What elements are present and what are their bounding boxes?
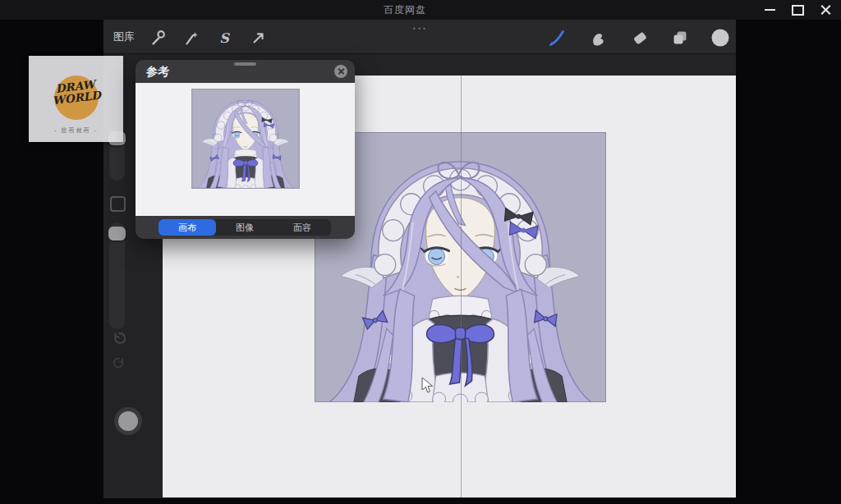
color-button[interactable] — [710, 28, 730, 48]
undo-icon — [110, 330, 126, 346]
redo-icon — [113, 355, 127, 370]
gallery-button[interactable]: 图库 — [113, 20, 135, 54]
smudge-finger-icon — [588, 28, 608, 48]
reference-panel-body — [136, 83, 355, 216]
maximize-icon — [792, 5, 804, 16]
redo-button[interactable] — [113, 355, 129, 372]
watermark-title: DRAW WORLD — [28, 75, 125, 109]
drag-handle[interactable] — [234, 62, 256, 66]
brush-button[interactable] — [547, 28, 567, 48]
layers-icon — [670, 28, 690, 48]
magic-wand-icon — [182, 29, 200, 47]
wrench-icon — [149, 29, 167, 47]
transform-button[interactable] — [249, 28, 269, 48]
tab-canvas[interactable]: 画布 — [159, 219, 216, 236]
sidebar-modify-button[interactable] — [110, 196, 126, 212]
brush-icon — [547, 28, 567, 48]
reference-panel-footer: 画布 图像 面容 — [136, 216, 355, 239]
reference-close-button[interactable] — [334, 65, 347, 78]
close-icon — [820, 5, 831, 16]
maximize-button[interactable] — [784, 0, 811, 20]
player-more-menu[interactable]: ••• — [406, 25, 435, 33]
reference-panel-header[interactable]: 参考 — [136, 60, 355, 83]
procreate-toolbar: 图库 S ••• — [103, 20, 736, 54]
smudge-button[interactable] — [588, 28, 608, 48]
watermark-subtitle: - 想画就画 - — [29, 126, 123, 135]
baidu-netdisk-window: 百度网盘 图库 — [0, 0, 841, 504]
transform-arrow-icon — [250, 29, 268, 47]
undo-button[interactable] — [110, 330, 126, 346]
selection-s-icon: S — [219, 30, 229, 46]
titlebar: 百度网盘 — [0, 0, 841, 20]
layers-button[interactable] — [670, 28, 690, 48]
opacity-slider[interactable] — [109, 222, 125, 329]
color-swatch-icon — [710, 28, 730, 48]
selection-button[interactable]: S — [214, 28, 234, 48]
symmetry-guide-line — [461, 76, 462, 497]
minimize-icon — [765, 9, 775, 11]
minimize-button[interactable] — [756, 0, 784, 20]
reference-panel-title: 参考 — [146, 60, 169, 84]
eraser-button[interactable] — [630, 28, 650, 48]
reference-image[interactable] — [191, 89, 300, 189]
adjustments-button[interactable] — [182, 28, 201, 48]
watermark-card: DRAW WORLD - 想画就画 - — [29, 56, 123, 142]
tab-image[interactable]: 图像 — [216, 219, 273, 236]
opacity-handle[interactable] — [108, 227, 126, 241]
eraser-icon — [630, 28, 650, 48]
reference-panel[interactable]: 参考 画布 图像 面容 — [136, 60, 355, 239]
actions-button[interactable] — [148, 28, 168, 48]
tab-face[interactable]: 面容 — [273, 219, 331, 236]
gallery-circle-button[interactable] — [114, 407, 142, 435]
mouse-cursor — [421, 377, 434, 398]
window-title: 百度网盘 — [0, 0, 810, 20]
close-button[interactable] — [811, 0, 839, 20]
gallery-circle-icon — [118, 411, 138, 431]
reference-tabbar: 画布 图像 面容 — [159, 219, 331, 236]
